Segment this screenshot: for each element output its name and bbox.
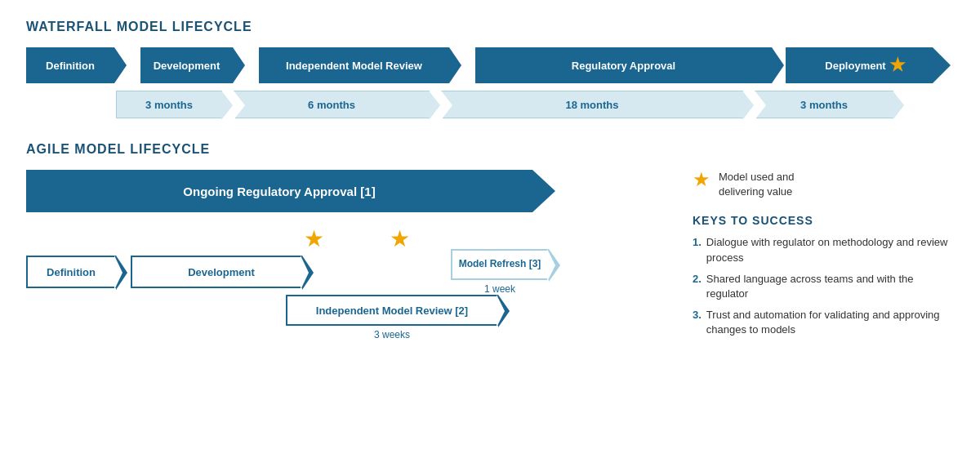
imr-block-wrapper: Independent Model Review [2] 3 weeks: [124, 295, 660, 340]
waterfall-section: WATERFALL MODEL LIFECYCLE Definition Dev…: [26, 20, 954, 119]
keys-list: Dialogue with regulator on methodology a…: [693, 235, 954, 337]
keys-title: KEYS TO SUCCESS: [693, 214, 954, 227]
page-container: WATERFALL MODEL LIFECYCLE Definition Dev…: [0, 0, 980, 364]
agile-section: AGILE MODEL LIFECYCLE Ongoing Regulatory…: [26, 142, 954, 345]
agile-right-panel: ★ Model used anddelivering value KEYS TO…: [693, 170, 954, 345]
duration-2: 6 months: [234, 91, 430, 118]
wf-phase-development: Development: [128, 47, 234, 83]
model-refresh-duration: 1 week: [484, 283, 515, 295]
legend-box: ★ Model used anddelivering value: [693, 170, 954, 199]
agile-star-1-icon: ★: [304, 225, 324, 252]
ongoing-approval-bar: Ongoing Regulatory Approval [1]: [26, 170, 532, 212]
agile-top-row: Definition Development: [26, 256, 660, 288]
agile-phase-development: Development: [131, 256, 302, 288]
agile-left-panel: Ongoing Regulatory Approval [1] ★ ★ Defi…: [26, 170, 660, 345]
imr-phase: Independent Model Review [2]: [286, 295, 498, 326]
model-refresh-phase: Model Refresh [3]: [451, 249, 549, 280]
keys-item-2: Shared language across teams and with th…: [693, 272, 954, 301]
wf-phase-definition: Definition: [26, 47, 116, 83]
keys-item-1: Dialogue with regulator on methodology a…: [693, 235, 954, 265]
agile-star-2-icon: ★: [390, 225, 410, 252]
agile-title: AGILE MODEL LIFECYCLE: [26, 142, 954, 157]
duration-1: 3 months: [116, 91, 222, 118]
deployment-star-icon: ★: [889, 55, 906, 76]
imr-duration: 3 weeks: [374, 329, 410, 340]
model-refresh-wrapper: Model Refresh [3] 1 week: [451, 249, 549, 295]
agile-phase-definition: Definition: [26, 256, 116, 288]
wf-phase-imr: Independent Model Review: [247, 47, 451, 83]
duration-4: 3 months: [755, 91, 893, 118]
agile-phases-container: Definition Development: [26, 256, 660, 340]
waterfall-title: WATERFALL MODEL LIFECYCLE: [26, 20, 954, 34]
waterfall-phases: Definition Development Independent Model…: [26, 47, 954, 83]
wf-phase-deployment: Deployment ★: [786, 47, 933, 83]
legend-star-icon: ★: [693, 170, 710, 189]
agile-layout: Ongoing Regulatory Approval [1] ★ ★ Defi…: [26, 170, 954, 345]
keys-item-3: Trust and automation for validating and …: [693, 308, 954, 337]
legend-text: Model used anddelivering value: [719, 170, 795, 199]
wf-phase-regulatory: Regulatory Approval: [463, 47, 773, 83]
waterfall-durations: 3 months 6 months 18 months 3 months: [26, 90, 954, 119]
duration-3: 18 months: [441, 91, 743, 118]
